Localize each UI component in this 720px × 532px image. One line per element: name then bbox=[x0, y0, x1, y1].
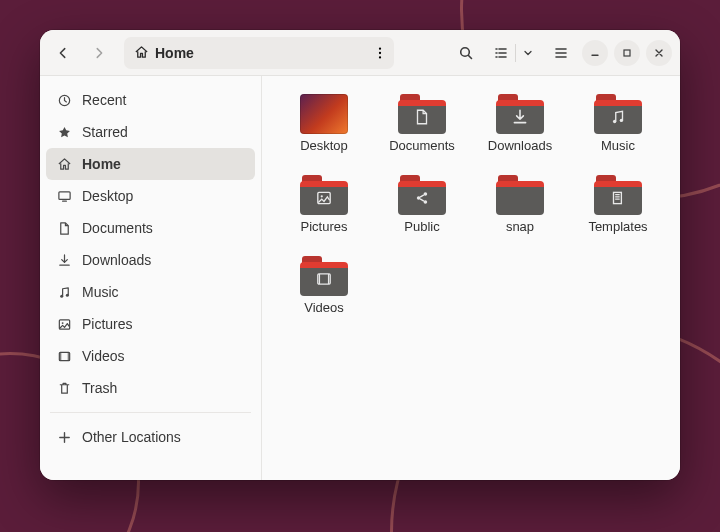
sidebar-item-label: Trash bbox=[82, 380, 117, 396]
svg-point-10 bbox=[61, 322, 63, 324]
grid-item-label: Desktop bbox=[300, 138, 348, 153]
sidebar-item-label: Home bbox=[82, 156, 121, 172]
document-icon bbox=[413, 108, 431, 126]
svg-point-1 bbox=[379, 51, 381, 53]
sidebar-item-other-locations[interactable]: Other Locations bbox=[46, 421, 255, 453]
folder-icon bbox=[594, 175, 642, 215]
list-view-icon bbox=[493, 45, 509, 61]
path-menu-button[interactable] bbox=[366, 46, 394, 60]
document-icon bbox=[56, 221, 72, 236]
grid-item-label: Pictures bbox=[301, 219, 348, 234]
svg-rect-6 bbox=[58, 191, 69, 199]
desktop-wallpaper-icon bbox=[300, 94, 348, 134]
music-icon bbox=[56, 285, 72, 300]
home-icon bbox=[56, 157, 72, 172]
grid-item-public[interactable]: Public bbox=[374, 175, 470, 234]
grid-item-pictures[interactable]: Pictures bbox=[276, 175, 372, 234]
sidebar-item-home[interactable]: Home bbox=[46, 148, 255, 180]
sidebar-item-label: Documents bbox=[82, 220, 153, 236]
folder-icon bbox=[496, 175, 544, 215]
sidebar-item-music[interactable]: Music bbox=[46, 276, 255, 308]
plus-icon bbox=[56, 430, 72, 445]
sidebar-item-starred[interactable]: Starred bbox=[46, 116, 255, 148]
share-icon bbox=[413, 189, 431, 207]
svg-point-15 bbox=[321, 195, 323, 197]
hamburger-icon bbox=[553, 45, 569, 61]
sidebar-item-downloads[interactable]: Downloads bbox=[46, 244, 255, 276]
divider bbox=[515, 44, 516, 62]
icon-grid: Desktop Documents Downloads bbox=[276, 94, 666, 315]
path-crumb-home[interactable]: Home bbox=[124, 37, 204, 69]
sidebar-item-label: Videos bbox=[82, 348, 125, 364]
music-icon bbox=[609, 108, 627, 126]
grid-item-label: Music bbox=[601, 138, 635, 153]
grid-item-label: Videos bbox=[304, 300, 344, 315]
file-manager-window: Home bbox=[40, 30, 680, 480]
clock-icon bbox=[56, 93, 72, 108]
svg-point-0 bbox=[379, 47, 381, 49]
folder-icon bbox=[398, 175, 446, 215]
sidebar-item-label: Desktop bbox=[82, 188, 133, 204]
sidebar-item-documents[interactable]: Documents bbox=[46, 212, 255, 244]
picture-icon bbox=[315, 189, 333, 207]
maximize-icon bbox=[621, 47, 633, 59]
sidebar-item-label: Recent bbox=[82, 92, 126, 108]
download-icon bbox=[511, 108, 529, 126]
back-button[interactable] bbox=[48, 38, 78, 68]
content-area[interactable]: Desktop Documents Downloads bbox=[262, 76, 680, 480]
folder-icon bbox=[300, 175, 348, 215]
grid-item-desktop[interactable]: Desktop bbox=[276, 94, 372, 153]
maximize-button[interactable] bbox=[614, 40, 640, 66]
star-icon bbox=[56, 125, 72, 140]
sidebar-item-label: Pictures bbox=[82, 316, 133, 332]
search-icon bbox=[458, 45, 474, 61]
svg-rect-4 bbox=[624, 50, 630, 56]
sidebar-item-label: Other Locations bbox=[82, 429, 181, 445]
desktop-icon bbox=[56, 189, 72, 204]
sidebar-item-videos[interactable]: Videos bbox=[46, 340, 255, 372]
folder-icon bbox=[300, 256, 348, 296]
sidebar-item-label: Starred bbox=[82, 124, 128, 140]
grid-item-label: Documents bbox=[389, 138, 455, 153]
grid-item-label: Templates bbox=[588, 219, 647, 234]
kebab-icon bbox=[373, 46, 387, 60]
sidebar-item-pictures[interactable]: Pictures bbox=[46, 308, 255, 340]
sidebar-item-label: Music bbox=[82, 284, 119, 300]
hamburger-menu-button[interactable] bbox=[546, 38, 576, 68]
grid-item-documents[interactable]: Documents bbox=[374, 94, 470, 153]
svg-point-2 bbox=[379, 56, 381, 58]
home-icon bbox=[134, 45, 149, 60]
sidebar-item-label: Downloads bbox=[82, 252, 151, 268]
folder-icon bbox=[594, 94, 642, 134]
grid-item-snap[interactable]: snap bbox=[472, 175, 568, 234]
grid-item-downloads[interactable]: Downloads bbox=[472, 94, 568, 153]
close-button[interactable] bbox=[646, 40, 672, 66]
sidebar-item-recent[interactable]: Recent bbox=[46, 84, 255, 116]
close-icon bbox=[653, 47, 665, 59]
template-icon bbox=[609, 189, 627, 207]
grid-item-videos[interactable]: Videos bbox=[276, 256, 372, 315]
minimize-icon bbox=[589, 47, 601, 59]
forward-button[interactable] bbox=[84, 38, 114, 68]
grid-item-templates[interactable]: Templates bbox=[570, 175, 666, 234]
svg-point-12 bbox=[613, 120, 616, 123]
view-toggle[interactable] bbox=[487, 38, 540, 68]
svg-point-13 bbox=[620, 119, 623, 122]
folder-icon bbox=[398, 94, 446, 134]
video-icon bbox=[56, 349, 72, 364]
path-bar[interactable]: Home bbox=[124, 37, 394, 69]
picture-icon bbox=[56, 317, 72, 332]
sidebar-item-desktop[interactable]: Desktop bbox=[46, 180, 255, 212]
headerbar: Home bbox=[40, 30, 680, 76]
minimize-button[interactable] bbox=[582, 40, 608, 66]
search-button[interactable] bbox=[451, 38, 481, 68]
sidebar: Recent Starred Home Desktop Documents Do… bbox=[40, 76, 262, 480]
grid-item-label: snap bbox=[506, 219, 534, 234]
grid-item-music[interactable]: Music bbox=[570, 94, 666, 153]
chevron-left-icon bbox=[56, 46, 70, 60]
download-icon bbox=[56, 253, 72, 268]
path-crumb-label: Home bbox=[155, 45, 194, 61]
chevron-right-icon bbox=[92, 46, 106, 60]
sidebar-item-trash[interactable]: Trash bbox=[46, 372, 255, 404]
svg-point-7 bbox=[60, 294, 63, 297]
